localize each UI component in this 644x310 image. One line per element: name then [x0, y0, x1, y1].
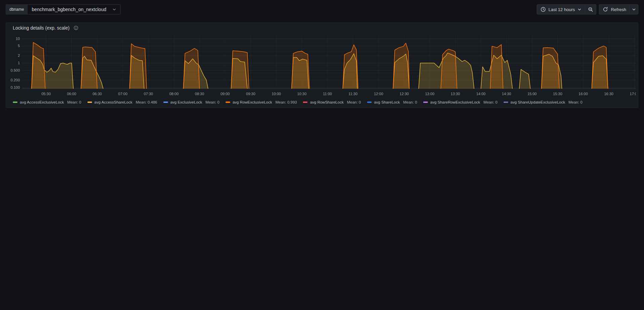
legend-item-ShareRowExclusiveLock[interactable]: avg ShareRowExclusiveLockMean: 0	[423, 100, 497, 104]
zoom-out-time-button[interactable]	[585, 4, 596, 14]
svg-text:06:30: 06:30	[92, 92, 102, 96]
time-range-label: Last 12 hours	[549, 7, 575, 12]
svg-text:0.500: 0.500	[10, 68, 20, 72]
svg-text:08:30: 08:30	[195, 92, 204, 96]
svg-text:5: 5	[18, 44, 20, 48]
svg-text:07:00: 07:00	[118, 92, 128, 96]
refresh-button[interactable]: Refresh	[599, 4, 630, 14]
template-variable-dbname: dbname benchmark_bgbench_on_nextcloud	[6, 4, 121, 14]
chevron-down-icon	[112, 7, 116, 11]
legend-item-ShareLock[interactable]: avg ShareLockMean: 0	[367, 100, 417, 104]
legend-item-ShareUpdateExclusiveLock[interactable]: avg ShareUpdateExclusiveLockMean: 0	[504, 100, 582, 104]
refresh-interval-dropdown[interactable]	[630, 4, 638, 14]
variable-value-dropdown[interactable]: benchmark_bgbench_on_nextcloud	[27, 4, 121, 14]
svg-text:08:00: 08:00	[169, 92, 179, 96]
svg-text:15:30: 15:30	[553, 92, 562, 96]
legend-swatch-icon	[504, 102, 508, 103]
svg-text:17:00: 17:00	[630, 92, 636, 96]
svg-text:10:30: 10:30	[297, 92, 307, 96]
svg-text:1: 1	[18, 61, 20, 65]
variable-label: dbname	[6, 4, 27, 14]
legend-series-mean: Mean: 0.486	[136, 100, 157, 104]
legend-series-label: avg ShareUpdateExclusiveLock	[511, 100, 565, 104]
svg-text:07:30: 07:30	[144, 92, 153, 96]
legend-swatch-icon	[303, 102, 308, 103]
legend-item-AccessShareLock[interactable]: avg AccessShareLockMean: 0.486	[87, 100, 157, 104]
dashboard-toolbar: dbname benchmark_bgbench_on_nextcloud La…	[6, 4, 638, 14]
toolbar-right-controls: Last 12 hours Refresh	[537, 4, 638, 14]
legend-item-RowExclusiveLock[interactable]: avg RowExclusiveLockMean: 0.993	[226, 100, 297, 104]
legend-series-label: avg ShareLock	[374, 100, 400, 104]
svg-text:10: 10	[16, 37, 20, 41]
legend-series-mean: Mean: 0	[403, 100, 417, 104]
legend-series-mean: Mean: 0	[205, 100, 219, 104]
svg-text:11:30: 11:30	[349, 92, 358, 96]
legend-item-AccessExclusiveLock[interactable]: avg AccessExclusiveLockMean: 0	[13, 100, 81, 104]
legend-series-label: avg ShareRowExclusiveLock	[430, 100, 480, 104]
svg-text:06:00: 06:00	[67, 92, 76, 96]
legend-item-RowShareLock[interactable]: avg RowShareLockMean: 0	[303, 100, 361, 104]
legend: avg AccessExclusiveLockMean: 0avg Access…	[13, 99, 634, 106]
legend-item-ExclusiveLock[interactable]: avg ExclusiveLockMean: 0	[163, 100, 219, 104]
legend-series-mean: Mean: 0	[67, 100, 81, 104]
variable-value-text: benchmark_bgbench_on_nextcloud	[32, 7, 106, 12]
chevron-down-icon	[632, 7, 636, 11]
svg-text:13:00: 13:00	[425, 92, 435, 96]
legend-series-mean: Mean: 0	[483, 100, 497, 104]
time-series-chart[interactable]: 105210.5000.2000.10005:3006:0006:3007:00…	[9, 32, 636, 98]
legend-swatch-icon	[87, 102, 92, 103]
legend-series-label: avg ExclusiveLock	[170, 100, 202, 104]
legend-series-label: avg AccessShareLock	[94, 100, 132, 104]
panel-title: Locking details (exp. scale)	[13, 25, 70, 31]
chevron-down-icon	[577, 7, 581, 11]
time-range-picker-button[interactable]: Last 12 hours	[537, 4, 586, 14]
legend-swatch-icon	[423, 102, 428, 103]
panel-header[interactable]: Locking details (exp. scale)	[6, 23, 638, 33]
time-controls-group: Last 12 hours	[537, 4, 597, 14]
legend-swatch-icon	[226, 102, 230, 103]
zoom-out-icon	[588, 7, 593, 12]
legend-swatch-icon	[13, 102, 17, 103]
legend-swatch-icon	[367, 102, 372, 103]
clock-icon	[540, 7, 546, 12]
svg-text:09:00: 09:00	[220, 92, 230, 96]
svg-text:13:30: 13:30	[451, 92, 460, 96]
svg-text:12:00: 12:00	[374, 92, 384, 96]
info-icon[interactable]	[74, 26, 78, 30]
svg-text:0.200: 0.200	[10, 78, 20, 82]
refresh-label: Refresh	[611, 7, 626, 12]
legend-series-label: avg AccessExclusiveLock	[20, 100, 64, 104]
legend-swatch-icon	[163, 102, 168, 103]
svg-text:10:00: 10:00	[272, 92, 281, 96]
svg-text:0.100: 0.100	[10, 85, 20, 89]
refresh-group: Refresh	[599, 4, 638, 14]
svg-text:05:30: 05:30	[41, 92, 51, 96]
refresh-icon	[603, 7, 608, 12]
legend-series-label: avg RowShareLock	[310, 100, 344, 104]
legend-series-mean: Mean: 0.993	[275, 100, 297, 104]
legend-series-mean: Mean: 0	[347, 100, 361, 104]
svg-text:11:00: 11:00	[323, 92, 332, 96]
svg-text:16:00: 16:00	[578, 92, 588, 96]
legend-series-label: avg RowExclusiveLock	[233, 100, 272, 104]
locking-details-panel: Locking details (exp. scale) 105210.5000…	[6, 23, 638, 108]
legend-series-mean: Mean: 0	[568, 100, 582, 104]
svg-text:14:00: 14:00	[476, 92, 486, 96]
svg-text:16:30: 16:30	[604, 92, 613, 96]
locking-chart-svg: 105210.5000.2000.10005:3006:0006:3007:00…	[9, 32, 636, 98]
svg-text:2: 2	[18, 53, 20, 57]
svg-text:12:30: 12:30	[400, 92, 409, 96]
svg-text:15:00: 15:00	[527, 92, 537, 96]
svg-text:09:30: 09:30	[246, 92, 255, 96]
svg-text:14:30: 14:30	[502, 92, 511, 96]
